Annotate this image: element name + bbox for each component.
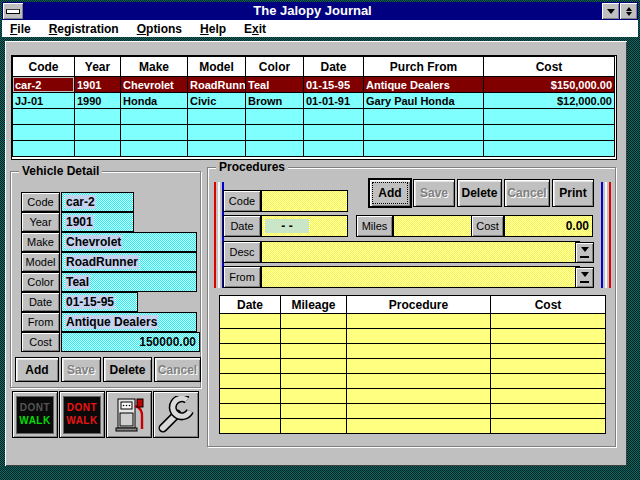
pcol-procedure: Procedure [347,296,491,314]
titlebar-buttons [601,3,637,19]
empty-cell [13,125,75,141]
empty-cell [121,125,188,141]
cost-field[interactable]: 150000.00 [61,332,200,352]
empty-cell [347,419,491,434]
empty-row[interactable] [220,404,606,419]
empty-cell [281,419,347,434]
cell-purch-from: Antique Dealers [364,77,484,93]
empty-cell [13,141,75,157]
menu-registration[interactable]: Registration [47,22,121,36]
empty-cell [484,125,615,141]
cell-year: 1901 [75,77,121,93]
empty-cell [484,109,615,125]
empty-cell [491,389,606,404]
desc-field[interactable] [261,241,580,263]
add-procedure-button[interactable]: Add [369,179,411,207]
empty-row[interactable] [220,314,606,329]
empty-row[interactable] [220,329,606,344]
empty-cell [121,109,188,125]
model-field[interactable]: RoadRunner [61,252,197,272]
gas-pump-button[interactable] [106,391,152,438]
col-year: Year [75,57,121,77]
proc-code-label: Code [223,190,261,212]
procedures-buttons: Add Save Delete Cancel Print [369,179,594,207]
vehicle-detail-group: Vehicle Detail Code car-2 Year 1901 Make… [10,171,201,388]
date-label: Date [21,292,60,312]
titlebar: The Jalopy Journal [2,2,638,20]
empty-row[interactable] [13,125,615,141]
dont-walk-signal-button[interactable]: DONT WALK [59,391,105,438]
vehicles-table: Code Year Make Model Color Date Purch Fr… [12,56,615,157]
empty-cell [304,141,364,157]
empty-row[interactable] [13,109,615,125]
model-value: RoadRunner [65,255,139,269]
empty-row[interactable] [220,359,606,374]
delete-procedure-button[interactable]: Delete [457,179,502,207]
wrench-button[interactable] [153,391,199,438]
cell-model: RoadRunn [188,77,246,93]
empty-cell [364,125,484,141]
from-value: Antique Dealers [65,315,158,329]
proc-cost-label: Cost [471,215,504,237]
cell-date: 01-01-91 [304,93,364,109]
empty-row[interactable] [220,344,606,359]
empty-cell [13,109,75,125]
minimize-button[interactable] [602,3,619,19]
proc-date-field[interactable]: - - [261,215,348,237]
empty-row[interactable] [220,389,606,404]
from-field[interactable]: Antique Dealers [61,312,197,332]
code-field[interactable]: car-2 [61,192,134,212]
dropdown-bar-icon [580,281,589,283]
color-field[interactable]: Teal [61,272,197,292]
proc-code-field[interactable] [261,190,348,212]
menu-file[interactable]: File [8,22,33,36]
cell-color: Teal [246,77,304,93]
cell-cost: $150,000.00 [484,77,615,93]
from-dropdown-button[interactable] [575,267,594,288]
menu-exit[interactable]: Exit [242,22,268,36]
empty-cell [491,314,606,329]
proc-cost-field[interactable]: 0.00 [504,215,593,237]
empty-cell [281,329,347,344]
cell-code: car-2 [13,77,75,93]
cancel-vehicle-button: Cancel [154,357,201,382]
year-field[interactable]: 1901 [61,212,134,232]
walk-walk-text: WALK [19,415,50,428]
desc-label: Desc [223,241,261,263]
cell-make: Chevrolet [121,77,188,93]
empty-row[interactable] [13,141,615,157]
walk-signal-button[interactable]: DONT WALK [12,391,58,438]
empty-cell [491,404,606,419]
make-field[interactable]: Chevrolet [61,232,197,252]
vehicle-row-selected[interactable]: car-2 1901 Chevrolet RoadRunn Teal 01-15… [13,77,615,93]
menu-options[interactable]: Options [135,22,184,36]
col-date: Date [304,57,364,77]
empty-cell [281,314,347,329]
empty-cell [347,404,491,419]
make-label: Make [21,232,60,252]
empty-row[interactable] [220,419,606,434]
menu-help[interactable]: Help [198,22,228,36]
col-model: Model [188,57,246,77]
vehicle-row[interactable]: JJ-01 1990 Honda Civic Brown 01-01-91 Ga… [13,93,615,109]
empty-cell [347,389,491,404]
cell-year: 1990 [75,93,121,109]
empty-cell [364,109,484,125]
delete-vehicle-button[interactable]: Delete [103,357,152,382]
proc-cost-value: 0.00 [566,219,589,233]
empty-cell [246,141,304,157]
desc-dropdown-button[interactable] [575,242,594,263]
walk-signal-icon: DONT WALK [16,396,54,434]
col-cost: Cost [484,57,615,77]
dropdown-arrow-icon [581,247,589,256]
control-menu-button[interactable] [3,3,23,19]
empty-cell [220,389,281,404]
add-vehicle-button[interactable]: Add [15,357,59,382]
date-field[interactable]: 01-15-95 [61,292,138,312]
empty-row[interactable] [220,374,606,389]
print-button[interactable]: Print [552,179,594,207]
cell-date: 01-15-95 [304,77,364,93]
restore-button[interactable] [620,3,637,19]
proc-from-field[interactable] [261,266,580,288]
miles-field[interactable] [393,215,476,237]
